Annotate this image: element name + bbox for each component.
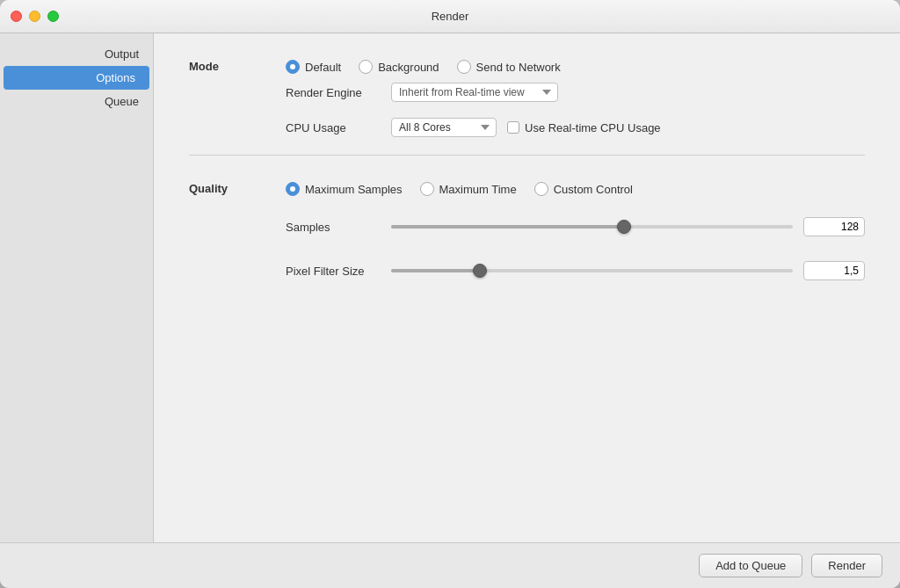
quality-radio-group: Maximum Samples Maximum Time Custom Cont… [286,182,865,196]
sidebar-item-queue[interactable]: Queue [0,90,153,113]
pixel-filter-label: Pixel Filter Size [286,265,391,278]
radio-max-time-circle [420,182,434,196]
quality-label: Quality [189,182,286,195]
minimize-button[interactable] [29,11,40,22]
cpu-cores-dropdown[interactable]: All 8 Cores 7 Cores 6 Cores 4 Cores 2 Co… [391,118,497,137]
radio-custom-circle [534,182,548,196]
close-button[interactable] [11,11,22,22]
radio-network-circle [457,60,471,74]
mode-content: Default Background Send to Network [286,60,865,137]
render-engine-row: Render Engine Inherit from Real-time vie… [286,83,865,102]
cpu-row-controls: All 8 Cores 7 Cores 6 Cores 4 Cores 2 Co… [391,118,661,137]
mode-radio-group: Default Background Send to Network [286,60,865,74]
window: Render Output Options Queue Mode Def [0,0,900,588]
mode-background-label: Background [378,61,439,74]
render-button[interactable]: Render [811,554,882,577]
bottom-bar: Add to Queue Render [0,542,900,588]
pixel-filter-slider-fill [391,269,480,272]
pixel-filter-row: Pixel Filter Size [286,261,865,280]
mode-option-default[interactable]: Default [286,60,341,74]
pixel-filter-slider-container [391,261,865,280]
mode-label: Mode [189,60,286,73]
traffic-lights [11,11,59,22]
samples-slider-track [391,225,793,229]
samples-slider-fill [391,225,624,229]
cpu-usage-label: CPU Usage [286,121,391,134]
pixel-filter-value-input[interactable] [803,261,865,280]
sidebar-item-options[interactable]: Options [4,66,149,90]
checkbox-box [507,121,519,134]
samples-label: Samples [286,221,391,234]
samples-slider-thumb[interactable] [617,220,631,234]
radio-background-circle [359,60,373,74]
quality-max-samples-label: Maximum Samples [305,183,403,196]
quality-content: Maximum Samples Maximum Time Custom Cont… [286,182,865,280]
quality-option-custom[interactable]: Custom Control [534,182,633,196]
mode-option-send-to-network[interactable]: Send to Network [457,60,561,74]
window-title: Render [432,10,469,23]
radio-max-samples-circle [286,182,300,196]
mode-network-label: Send to Network [476,61,561,74]
mode-section: Mode Default Background [189,60,865,137]
samples-value-input[interactable] [803,217,865,236]
quality-max-time-label: Maximum Time [439,183,517,196]
realtime-cpu-label: Use Real-time CPU Usage [525,121,661,134]
section-divider [189,155,865,156]
render-engine-label: Render Engine [286,86,391,99]
mode-default-label: Default [305,61,341,74]
cpu-usage-row: CPU Usage All 8 Cores 7 Cores 6 Cores 4 … [286,118,865,137]
samples-row: Samples [286,217,865,236]
main-panel: Mode Default Background [154,33,900,542]
pixel-filter-slider-track [391,269,793,272]
samples-slider-container [391,217,865,236]
quality-option-max-time[interactable]: Maximum Time [420,182,517,196]
quality-custom-label: Custom Control [554,183,633,196]
content-area: Output Options Queue Mode Default [0,33,900,542]
radio-default-circle [286,60,300,74]
quality-section: Quality Maximum Samples Maximum Time [189,182,865,280]
render-engine-dropdown[interactable]: Inherit from Real-time view Cycles EEVEE [391,83,558,102]
mode-option-background[interactable]: Background [359,60,439,74]
sidebar-item-output[interactable]: Output [0,42,153,66]
realtime-cpu-checkbox[interactable]: Use Real-time CPU Usage [507,121,661,134]
add-to-queue-button[interactable]: Add to Queue [699,554,802,577]
quality-option-max-samples[interactable]: Maximum Samples [286,182,403,196]
maximize-button[interactable] [47,11,59,22]
pixel-filter-slider-thumb[interactable] [473,264,487,278]
sidebar: Output Options Queue [0,33,154,542]
titlebar: Render [0,0,900,33]
